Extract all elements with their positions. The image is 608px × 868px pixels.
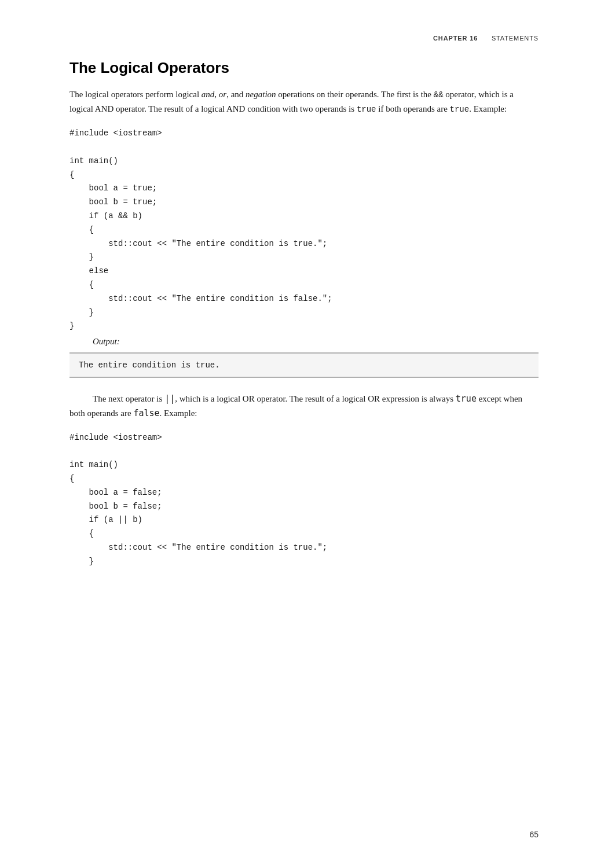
section-label: STATEMENTS	[492, 35, 539, 42]
output-label-1: Output:	[93, 337, 539, 347]
code-block-2: #include <iostream> int main() { bool a …	[69, 431, 539, 569]
paragraph-1: The logical operators perform logical an…	[69, 87, 539, 116]
para2-op: ||	[164, 393, 175, 404]
para2-text1: The next operator is ||, which is a logi…	[69, 394, 522, 418]
output-box-1: The entire condition is true.	[69, 352, 539, 378]
section-title: The Logical Operators	[69, 59, 539, 77]
para1-true2: true	[450, 105, 470, 114]
para1-op1: &&	[434, 90, 444, 100]
chapter-label: CHAPTER 16	[433, 35, 478, 42]
paragraph-2: The next operator is ||, which is a logi…	[69, 392, 539, 421]
para1-comma2: , and	[226, 90, 246, 99]
para1-negation: negation	[246, 90, 276, 99]
page-number: 65	[529, 830, 539, 839]
para2-false: false	[133, 408, 159, 418]
para1-comma1: ,	[214, 90, 219, 99]
page: CHAPTER 16 STATEMENTS The Logical Operat…	[0, 0, 608, 868]
para1-or: or	[219, 90, 226, 99]
para1-text1: The logical operators perform logical	[69, 90, 202, 99]
para1-and: and	[202, 90, 215, 99]
page-header: CHAPTER 16 STATEMENTS	[69, 35, 539, 42]
code-block-1: #include <iostream> int main() { bool a …	[69, 127, 539, 333]
para2-true: true	[456, 393, 477, 404]
para1-true1: true	[357, 105, 376, 114]
